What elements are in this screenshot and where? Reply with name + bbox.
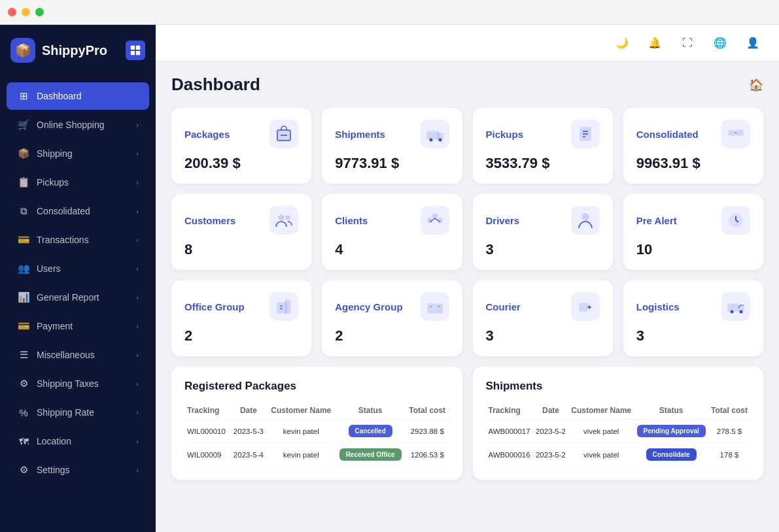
stat-header: Clients [335, 206, 449, 235]
sidebar-item-label: General Report [37, 292, 136, 303]
cell-status: Consolidate [634, 443, 708, 467]
status-badge: Consolidate [646, 448, 697, 461]
sidebar-item-settings[interactable]: ⚙ Settings › [7, 456, 149, 484]
sidebar: 📦 ShippyPro ⊞ Dashboard 🛒 Online Shoppin… [0, 25, 156, 532]
sidebar-logo: 📦 ShippyPro [0, 25, 156, 76]
home-icon[interactable]: 🏠 [749, 78, 763, 92]
cell-customer: kevin patel [267, 443, 335, 467]
notifications-button[interactable]: 🔔 [644, 33, 665, 54]
stat-card-pickups: Pickups 3533.79 $ [473, 108, 613, 184]
svg-rect-34 [436, 304, 442, 313]
svg-point-20 [432, 214, 437, 219]
shipments-table-title: Shipments [486, 380, 751, 393]
stat-header: Logistics [636, 292, 750, 321]
sidebar-item-users[interactable]: 👥 Users › [7, 255, 149, 282]
stat-value: 4 [335, 241, 449, 258]
stat-value: 2 [184, 327, 298, 344]
chevron-right-icon: › [136, 207, 139, 215]
stat-header: Drivers [486, 206, 600, 235]
main-area: 🌙 🔔 ⛶ 🌐 👤 Dashboard 🏠 Packages [156, 25, 779, 532]
svg-point-43 [740, 310, 743, 314]
user-menu-button[interactable]: 👤 [742, 33, 763, 54]
sidebar-item-consolidated[interactable]: ⧉ Consolidated › [7, 197, 149, 225]
stat-value: 3 [486, 327, 600, 344]
logo-text: ShippyPro [42, 43, 107, 58]
stats-row-3: Office Group 2 Agency Group 2 [171, 280, 763, 356]
svg-point-10 [438, 139, 441, 142]
stat-label: Logistics [636, 301, 680, 312]
svg-rect-3 [136, 51, 140, 55]
sidebar-item-miscellaneous[interactable]: ☰ Miscellaneous › [7, 341, 149, 369]
sidebar-item-dashboard[interactable]: ⊞ Dashboard [7, 82, 149, 110]
consolidated-icon: ⧉ [17, 205, 30, 218]
transactions-icon: 💳 [17, 233, 30, 246]
stat-value: 3 [486, 241, 600, 258]
cell-customer: vivek patel [568, 420, 634, 443]
col-tracking: Tracking [184, 402, 230, 420]
pickups-stat-icon [571, 120, 600, 148]
sidebar-item-label: Miscellaneous [37, 350, 136, 360]
sidebar-item-label: Dashboard [37, 91, 139, 101]
payment-icon: 💳 [17, 320, 30, 333]
chevron-right-icon: › [136, 265, 139, 273]
sidebar-item-label: Users [37, 263, 136, 274]
app-layout: 📦 ShippyPro ⊞ Dashboard 🛒 Online Shoppin… [0, 25, 779, 532]
stat-label: Shipments [335, 129, 385, 140]
stat-header: Shipments [335, 120, 449, 148]
stat-value: 200.39 $ [184, 155, 298, 172]
sidebar-item-online-shopping[interactable]: 🛒 Online Shopping › [7, 111, 149, 139]
titlebar [0, 0, 779, 25]
rate-icon: % [17, 406, 30, 419]
stat-value: 3533.79 $ [486, 155, 600, 172]
stat-label: Office Group [184, 301, 245, 312]
chevron-right-icon: › [136, 437, 139, 445]
stat-header: Courier [486, 292, 600, 321]
stat-value: 2 [335, 327, 449, 344]
sidebar-item-location[interactable]: 🗺 Location › [7, 427, 149, 455]
stat-label: Packages [184, 129, 230, 140]
cell-status: Pending Approval [634, 420, 708, 443]
sidebar-item-payment[interactable]: 💳 Payment › [7, 312, 149, 340]
sidebar-item-pickups[interactable]: 📋 Pickups › [7, 169, 149, 196]
registered-packages-table: Tracking Date Customer Name Status Total… [184, 402, 449, 467]
svg-point-42 [731, 310, 734, 314]
stat-value: 10 [636, 241, 750, 258]
minimize-button[interactable] [22, 8, 30, 16]
chevron-right-icon: › [136, 178, 139, 186]
chevron-right-icon: › [136, 351, 139, 359]
sidebar-item-shipping-rate[interactable]: % Shipping Rate › [7, 399, 149, 426]
dark-mode-button[interactable]: 🌙 [612, 33, 632, 54]
stat-card-logistics: Logistics 3 [623, 280, 763, 356]
language-button[interactable]: 🌐 [710, 33, 731, 54]
stat-value: 9963.91 $ [636, 155, 750, 172]
stat-header: Pre Alert [636, 206, 750, 235]
svg-point-9 [429, 139, 432, 142]
grid-toggle-button[interactable] [126, 41, 145, 60]
sidebar-item-shipping-taxes[interactable]: ⚙ Shipping Taxes › [7, 370, 149, 397]
svg-rect-0 [131, 46, 135, 50]
stat-header: Agency Group [335, 292, 449, 321]
logistics-icon [721, 292, 750, 321]
table-row: AWB000016 2023-5-2 vivek patel Consolida… [486, 443, 751, 467]
fullscreen-button[interactable]: ⛶ [677, 33, 698, 54]
close-button[interactable] [8, 8, 16, 16]
status-badge: Pending Approval [637, 425, 706, 437]
pickups-icon: 📋 [17, 176, 30, 189]
maximize-button[interactable] [35, 8, 44, 16]
cell-date: 2023-5-2 [533, 443, 568, 467]
col-customer: Customer Name [568, 402, 634, 420]
sidebar-item-label: Shipping Rate [37, 407, 136, 418]
stat-header: Consolidated [636, 120, 750, 148]
sidebar-item-shipping[interactable]: 📦 Shipping › [7, 140, 149, 167]
chevron-right-icon: › [136, 380, 139, 388]
chevron-right-icon: › [136, 293, 139, 301]
office-group-icon [269, 292, 298, 321]
sidebar-item-general-report[interactable]: 📊 General Report › [7, 284, 149, 311]
stat-card-packages: Packages 200.39 $ [171, 108, 311, 184]
stat-value: 9773.91 $ [335, 155, 449, 172]
chevron-right-icon: › [136, 322, 139, 330]
sidebar-item-transactions[interactable]: 💳 Transactions › [7, 226, 149, 254]
stat-label: Drivers [486, 215, 520, 226]
cell-total: 1206.53 $ [406, 443, 449, 467]
sidebar-item-label: Pickups [37, 177, 136, 188]
